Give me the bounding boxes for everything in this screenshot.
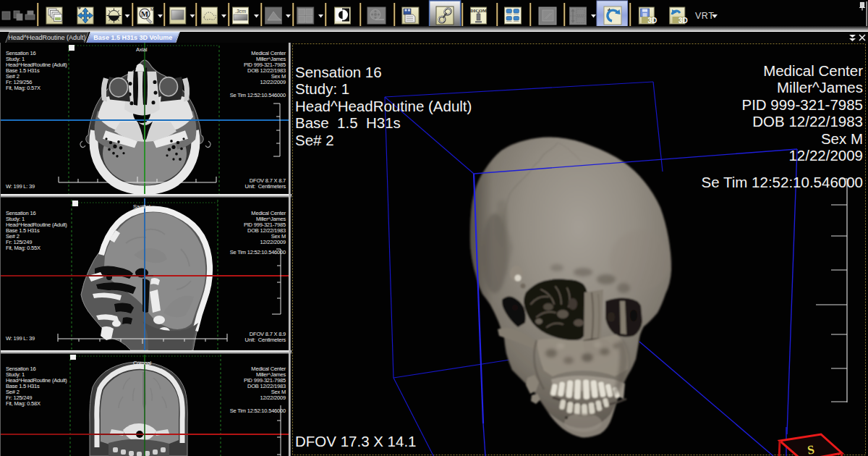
svg-text:3D: 3D [648,17,658,25]
svg-text:.3cm: .3cm [235,9,246,14]
svg-text:VRT: VRT [695,11,714,21]
svg-text:3D: 3D [678,17,688,25]
svg-text:M: M [141,9,149,18]
svg-text:M: M [150,7,154,12]
